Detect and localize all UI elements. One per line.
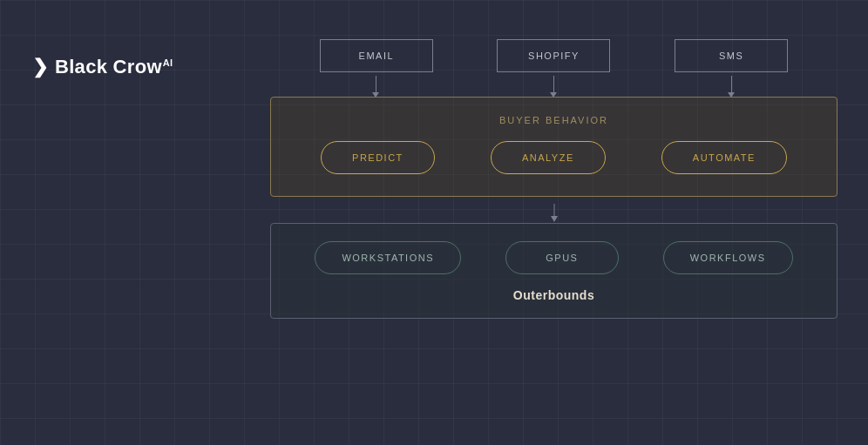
- gpus-pill: GPUS: [505, 241, 619, 274]
- arrow-sms: [642, 76, 820, 93]
- arrow-shopify: [465, 76, 643, 93]
- outerbounds-row: WORKSTATIONS GPUS WORKFLOWS: [293, 241, 815, 274]
- source-sms: SMS: [675, 39, 788, 72]
- svg-marker-1: [551, 216, 558, 222]
- logo: ❯ Black CrowAI: [32, 56, 173, 78]
- arrow-down-email: [376, 76, 376, 93]
- predict-pill: PREDICT: [321, 141, 435, 174]
- outerbounds-label: Outerbounds: [293, 288, 815, 302]
- arrow-email: [288, 76, 465, 93]
- middle-arrow: [270, 204, 837, 223]
- arrow-down-shopify: [553, 76, 554, 93]
- buyer-behavior-label: BUYER BEHAVIOR: [293, 115, 815, 125]
- logo-icon: ❯: [32, 56, 48, 78]
- middle-arrow-svg: [550, 204, 559, 223]
- diagram: EMAIL SHOPIFY SMS BUYER BEHAVIOR PREDICT…: [270, 39, 837, 419]
- source-shopify: SHOPIFY: [497, 39, 610, 72]
- automate-pill: AUTOMATE: [661, 141, 787, 174]
- buyer-behavior-box: BUYER BEHAVIOR PREDICT ANALYZE AUTOMATE: [270, 97, 837, 197]
- workstations-pill: WORKSTATIONS: [315, 241, 461, 274]
- sources-row: EMAIL SHOPIFY SMS: [270, 39, 837, 72]
- analyze-pill: ANALYZE: [491, 141, 606, 174]
- arrow-down-sms: [731, 76, 732, 93]
- outerbounds-box: WORKSTATIONS GPUS WORKFLOWS Outerbounds: [270, 223, 837, 319]
- logo-text: Black CrowAI: [55, 56, 173, 78]
- arrows-row: [270, 72, 837, 97]
- workflows-pill: WORKFLOWS: [663, 241, 793, 274]
- predict-row: PREDICT ANALYZE AUTOMATE: [293, 141, 815, 174]
- source-email: EMAIL: [320, 39, 433, 72]
